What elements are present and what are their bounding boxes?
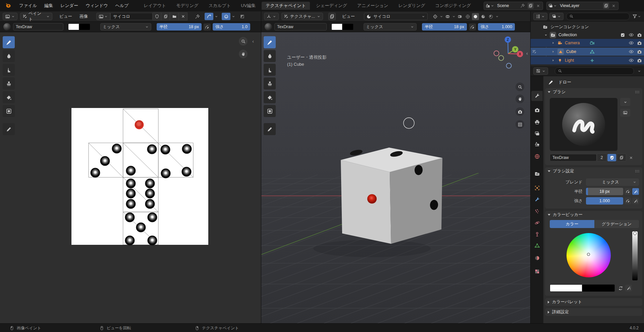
duplicate-brush-button[interactable] bbox=[617, 154, 626, 162]
viewport-toolbar-mask-brush[interactable] bbox=[264, 105, 276, 117]
hide-icon[interactable] bbox=[629, 32, 634, 38]
menu-0[interactable]: ファイル bbox=[15, 3, 41, 9]
radius-slider[interactable]: 18 px bbox=[586, 188, 623, 195]
hide-icon[interactable] bbox=[629, 40, 634, 46]
zoom-button[interactable] bbox=[239, 37, 248, 46]
outliner-search-field[interactable] bbox=[566, 13, 630, 20]
image-toolbar-annotate-pen[interactable] bbox=[3, 123, 15, 135]
primary-color-swatch[interactable] bbox=[331, 23, 342, 30]
color-picker-header[interactable]: カラーピッカー bbox=[545, 211, 642, 219]
scene-name[interactable]: Scene bbox=[494, 3, 519, 8]
brush-preview[interactable] bbox=[550, 98, 618, 151]
expand-icon[interactable] bbox=[551, 50, 555, 53]
workspace-tab-7[interactable]: レンダリング bbox=[394, 2, 429, 10]
secondary-color-swatch[interactable] bbox=[342, 23, 354, 30]
chevron-down-icon[interactable] bbox=[637, 14, 641, 18]
radius-falloff-icon[interactable] bbox=[625, 188, 631, 195]
advanced-settings-panel-header[interactable]: 詳細設定 bbox=[545, 308, 642, 316]
strength-pressure-icon[interactable] bbox=[632, 198, 639, 204]
viewport-toolbar-draw-brush[interactable] bbox=[264, 36, 276, 48]
zoom-view-button[interactable] bbox=[516, 82, 524, 91]
secondary-color-swatch[interactable] bbox=[582, 284, 615, 292]
chevron-down-icon[interactable] bbox=[452, 14, 456, 18]
render-visibility-icon[interactable] bbox=[637, 33, 642, 38]
radius-slider[interactable]: 半径18 px bbox=[157, 23, 202, 31]
tab-modifiers[interactable] bbox=[531, 195, 543, 205]
tab-tool[interactable] bbox=[531, 91, 543, 101]
radius-pressure-icon[interactable] bbox=[469, 23, 476, 31]
viewport-toolbar-soften-brush[interactable] bbox=[264, 50, 276, 62]
blender-logo-icon[interactable] bbox=[5, 2, 11, 9]
tab-scene[interactable] bbox=[531, 139, 543, 149]
tab-gradient[interactable]: グラデーション bbox=[594, 220, 639, 228]
radius-pressure-icon[interactable] bbox=[204, 23, 211, 31]
image-toolbar-soften-brush[interactable] bbox=[3, 50, 15, 62]
hide-icon[interactable] bbox=[629, 58, 634, 63]
chevron-down-icon[interactable] bbox=[214, 14, 218, 18]
radius-slider[interactable]: 半径18 px bbox=[422, 23, 467, 31]
chevron-down-icon[interactable] bbox=[637, 69, 641, 73]
unlink-scene-icon[interactable] bbox=[536, 4, 540, 8]
shading-rendered-icon[interactable] bbox=[487, 13, 494, 20]
brush-panel-header[interactable]: ブラシ bbox=[545, 88, 642, 96]
image-name-field[interactable]: サイコロ bbox=[110, 13, 153, 20]
render-visibility-icon[interactable] bbox=[637, 49, 642, 54]
remove-viewlayer-icon[interactable] bbox=[611, 4, 616, 8]
menu-1[interactable]: 編集 bbox=[41, 3, 57, 9]
chevron-down-icon[interactable] bbox=[231, 14, 235, 18]
brush-name-field[interactable]: TexDraw bbox=[274, 23, 327, 31]
image-editor-canvas[interactable]: ‹ bbox=[0, 32, 261, 323]
shading-wireframe-icon[interactable] bbox=[464, 13, 471, 20]
mode-dropdown[interactable]: ペイント bbox=[20, 13, 52, 20]
image-toolbar-draw-brush[interactable] bbox=[3, 36, 15, 48]
editor-type-dropdown[interactable] bbox=[3, 13, 17, 20]
tab-particles[interactable] bbox=[531, 206, 543, 216]
texture-image[interactable] bbox=[71, 108, 208, 245]
panel-drag-handle[interactable] bbox=[635, 170, 640, 173]
display-mode-dropdown[interactable] bbox=[533, 13, 547, 20]
brush-preview-thumbnail[interactable] bbox=[3, 23, 11, 31]
value-slider-handle[interactable] bbox=[633, 232, 637, 235]
pan-view-button[interactable] bbox=[516, 95, 524, 103]
region-toggle-icon[interactable]: ‹ bbox=[252, 38, 254, 44]
chevron-down-icon[interactable] bbox=[495, 14, 499, 18]
object-icon[interactable] bbox=[328, 13, 336, 20]
shading-solid-icon[interactable] bbox=[472, 13, 479, 20]
expand-icon[interactable] bbox=[551, 59, 555, 62]
filter-type-dropdown[interactable] bbox=[549, 13, 564, 20]
new-viewlayer-icon[interactable] bbox=[603, 3, 609, 9]
menu-image[interactable]: 画像 bbox=[76, 14, 92, 19]
users-count-button[interactable]: 2 bbox=[597, 154, 607, 162]
camera-view-button[interactable] bbox=[516, 107, 524, 116]
color-palette-panel-header[interactable]: カラーパレット bbox=[545, 298, 642, 306]
show-gizmos-icon[interactable] bbox=[432, 13, 439, 20]
xray-toggle-icon[interactable] bbox=[457, 13, 464, 20]
tab-data[interactable] bbox=[531, 240, 543, 251]
collection-checkbox-icon[interactable] bbox=[620, 33, 625, 38]
scene-icon[interactable] bbox=[485, 3, 490, 8]
render-visibility-icon[interactable] bbox=[637, 41, 642, 46]
outliner-row[interactable]: シーンコレクション bbox=[531, 23, 644, 31]
image-toolbar-smear-brush[interactable] bbox=[3, 64, 15, 76]
blend-mode-dropdown[interactable]: ミックス bbox=[586, 178, 639, 186]
outliner-row[interactable]: Collection bbox=[531, 31, 644, 39]
chevron-down-icon[interactable] bbox=[439, 14, 443, 18]
chevron-down-icon[interactable] bbox=[490, 4, 494, 8]
chevron-down-icon[interactable] bbox=[553, 4, 557, 8]
workspace-tab-1[interactable]: モデリング bbox=[172, 2, 203, 10]
workspace-tab-5[interactable]: シェーディング bbox=[312, 2, 351, 10]
properties-editor-dropdown[interactable] bbox=[533, 67, 548, 75]
render-visibility-icon[interactable] bbox=[637, 58, 642, 63]
viewport-toolbar-fill-brush[interactable] bbox=[264, 91, 276, 103]
viewport-toolbar-smear-brush[interactable] bbox=[264, 64, 276, 76]
brush-name-field[interactable]: TexDraw bbox=[13, 23, 63, 31]
color-pressure-icon[interactable] bbox=[625, 285, 632, 291]
pin-icon[interactable] bbox=[195, 14, 200, 19]
workspace-tab-0[interactable]: レイアウト bbox=[140, 2, 170, 10]
strength-slider[interactable]: 強さ1.0 bbox=[213, 23, 250, 31]
workspace-tab-2[interactable]: スカルプト bbox=[205, 2, 235, 10]
strength-slider[interactable]: 強さ1.000 bbox=[478, 23, 515, 31]
primary-color-swatch[interactable] bbox=[550, 284, 582, 292]
outliner-row[interactable]: Light bbox=[531, 56, 644, 64]
unlink-brush-button[interactable] bbox=[627, 154, 635, 161]
